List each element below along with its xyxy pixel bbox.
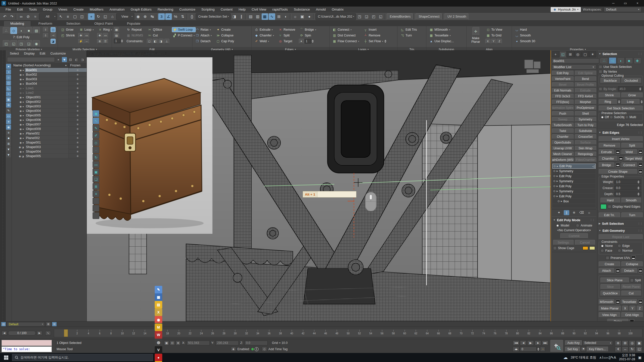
sort-layers-icon[interactable]: ≣ (6, 141, 11, 146)
align-icon[interactable]: ∥▾ (238, 13, 245, 20)
shape-connect-button[interactable]: ShapeConnect▾ (416, 13, 442, 20)
select-and-rotate-icon[interactable]: ↻▾ (95, 13, 102, 20)
explorer-row[interactable]: ◉ Shape005 ∗ (12, 154, 87, 158)
extrude-button[interactable]: ⎙Extrude▾ (254, 27, 275, 32)
loop-button[interactable]: 〓Loop▾ (78, 27, 95, 32)
loop-mode-icon[interactable]: ⚡ (78, 39, 83, 44)
cage-color-swatch[interactable] (583, 246, 588, 250)
remove-edge-button[interactable]: Remove (599, 143, 620, 148)
display-hard-edges-checkbox[interactable] (608, 205, 611, 208)
ring-selection-button[interactable]: Ring (599, 99, 617, 104)
pin-stack-icon[interactable]: ⇧ (43, 27, 48, 32)
menu-item[interactable]: Views (55, 8, 70, 11)
vertex-mode-icon[interactable]: ∴ (3, 27, 10, 34)
nurms-button[interactable]: ▦NURMS (126, 33, 144, 38)
backface-button[interactable]: Backface (600, 78, 620, 83)
sort-list-icon[interactable]: ≡ (6, 130, 11, 135)
modifier-set-button[interactable]: PathDeform (WSM (552, 157, 574, 162)
modifier-set-button[interactable]: Turn to Poly (575, 123, 596, 127)
display-tray-icon[interactable]: ▭ (603, 355, 607, 359)
reference-coordinate-dropdown[interactable]: View▾ (116, 13, 134, 20)
sort-type-icon[interactable]: ■ (6, 136, 11, 141)
modifier-set-button[interactable]: FFD 3x3x3 (552, 94, 574, 99)
set-keys-button[interactable] (550, 340, 563, 352)
modifier-set-button[interactable]: Surface (575, 140, 596, 145)
to-view-button[interactable]: ◻To View (485, 27, 503, 32)
menu-item[interactable]: Animation (106, 8, 128, 11)
explorer-row[interactable]: ◉ Object007 ∗ (12, 122, 87, 127)
pan-icon[interactable]: ↔ (622, 346, 628, 352)
ignore-backfacing-icon[interactable]: ◳ (18, 40, 25, 47)
menu-item[interactable]: Substance (291, 8, 313, 11)
bridge-button[interactable]: ⌒Bridge▾ (299, 27, 317, 32)
tab-utilities[interactable]: ✶ (589, 51, 596, 57)
chamfer-edge-button[interactable]: Chamfer (599, 156, 617, 161)
modifier-set-button[interactable]: OpenSubdiv (552, 140, 574, 145)
preview-multi-radio[interactable] (625, 115, 629, 119)
extend-borders-button[interactable]: ExtendBorders▾ (387, 13, 413, 20)
extrude-settings-icon[interactable] (616, 150, 620, 154)
cancel-button[interactable]: Cancel (575, 240, 595, 245)
toolbar-item[interactable]: ▾ (156, 14, 158, 19)
modifier-stack-row[interactable]: ⊙▶Box◁ (552, 199, 596, 204)
set-key-button[interactable]: Set Key (565, 347, 580, 352)
palette-tool-icon[interactable]: ❏ (93, 176, 99, 183)
repeat-button[interactable]: ↻Repeat (126, 27, 144, 32)
toolbar-item[interactable]: ▾ (86, 14, 88, 19)
ribbon-tab[interactable]: Freeform (32, 21, 59, 26)
display-spacewarps-icon[interactable]: ≈ (6, 92, 11, 97)
explorer-row[interactable]: ◉ Object009 ∗ (12, 127, 87, 131)
collapse-stack-icon[interactable]: ◰ (3, 40, 10, 47)
select-by-name-icon[interactable]: ≡▾ (65, 13, 71, 20)
modifier-stack-row[interactable]: ⊙▶Edit Poly◁ (552, 174, 596, 179)
spinner-snap-icon[interactable]: ⇅▾ (179, 13, 186, 20)
ribbon-tab[interactable]: Populate (120, 21, 147, 26)
pen-tool-icon[interactable]: ✐ (93, 132, 99, 139)
align-y-button[interactable]: Y (491, 39, 496, 44)
insert-vertex-icon[interactable]: ✦ (299, 39, 304, 44)
detach-button[interactable]: Detach (621, 268, 637, 273)
weld-settings-icon[interactable] (638, 150, 643, 154)
display-shapes-icon[interactable]: ◑ (6, 69, 11, 74)
next-frame-button[interactable]: ▶ (37, 331, 42, 335)
menu-item[interactable]: Scripting (198, 8, 218, 11)
ribbon-tab[interactable]: Modeling (4, 21, 31, 26)
constraint-normal-icon[interactable]: ⊥ (164, 39, 169, 44)
menu-item[interactable]: Modifiers (87, 8, 106, 11)
show-end-result-icon[interactable]: ◫ (51, 27, 56, 32)
keyboard-shortcut-override-icon[interactable]: ↹▾ (149, 13, 155, 20)
select-object-icon[interactable]: ↖▾ (58, 13, 64, 20)
tab-modify[interactable]: ◱ (559, 51, 567, 57)
use-pivot-center-icon[interactable]: ◉▾ (135, 13, 141, 20)
percent-snap-icon[interactable]: %▾ (172, 13, 179, 20)
undo-icon[interactable]: ↶▾ (2, 13, 8, 20)
listener-script-line[interactable]: "Time to solve: (2, 346, 52, 352)
toolbar-item[interactable]: ▾ (385, 14, 386, 19)
shrink-selection-button[interactable]: Shrink (599, 93, 620, 98)
render-setup-icon[interactable]: ☼▾ (292, 13, 299, 20)
angle-snap-icon[interactable]: ∠▾ (165, 13, 172, 20)
edge-mode-icon[interactable]: ◇ (10, 27, 17, 34)
v-app-icon[interactable]: V (155, 346, 162, 354)
layer-explorer-icon[interactable]: ▥▾ (255, 13, 261, 20)
msmooth-button[interactable]: ▦MSmooth▾ (428, 27, 455, 32)
border-subobj-icon[interactable]: ◗ (617, 57, 625, 64)
layer-dropdown[interactable]: Default▾ (7, 322, 45, 327)
qslice-button[interactable]: ✂QSlice (147, 27, 169, 32)
select-tool-icon[interactable]: ↖ (93, 117, 99, 124)
key-filters-button[interactable]: Key Filters... (587, 347, 608, 352)
unlink-selection-icon[interactable]: ⊘▾ (25, 13, 31, 20)
tab-display[interactable]: ▢ (582, 51, 589, 57)
slice-button[interactable]: Slice (600, 284, 620, 289)
relax-settings-icon[interactable] (630, 319, 634, 322)
current-frame-field[interactable]: 0 (520, 347, 537, 351)
detach-settings-icon[interactable] (638, 268, 643, 273)
explorer-row[interactable]: ◉ Box004 ∗ (12, 81, 87, 86)
bind-to-space-warp-icon[interactable]: ≈▾ (32, 13, 38, 20)
display-bones-icon[interactable]: ✎ (6, 108, 11, 113)
prev-frame-button[interactable]: ◀ (2, 331, 7, 335)
explorer-row[interactable]: ◉ Object003 ∗ (12, 104, 87, 109)
explorer-menu-item[interactable]: Customize (48, 52, 68, 55)
weld-button[interactable]: ✐Weld▾ (254, 39, 275, 44)
modifier-stack-row[interactable]: ⊙▶Symmetry◁ (552, 169, 596, 174)
